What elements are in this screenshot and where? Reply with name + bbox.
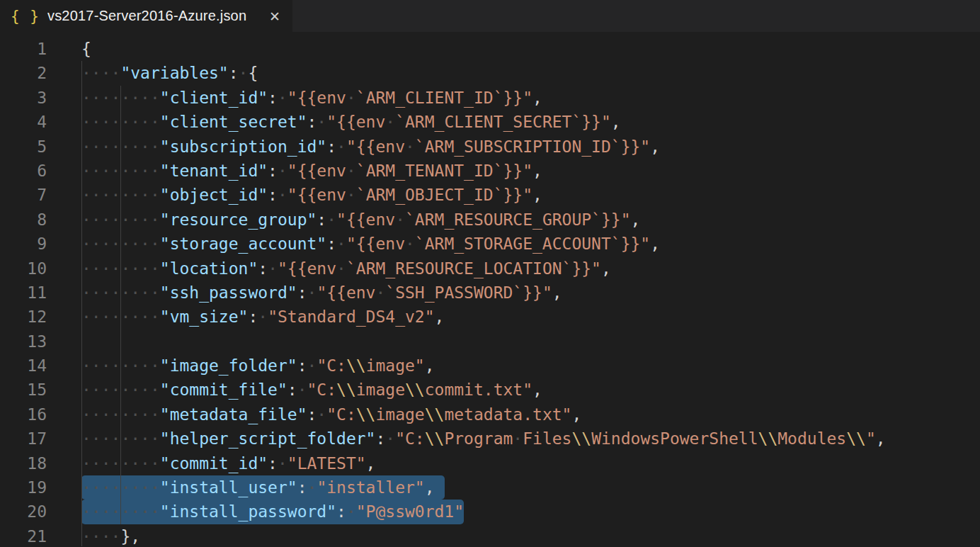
punctuation: , bbox=[552, 283, 562, 302]
punctuation: : bbox=[326, 137, 336, 156]
whitespace-dots: ···· bbox=[81, 64, 120, 82]
whitespace-dots: · bbox=[278, 162, 287, 180]
whitespace-dots: · bbox=[239, 64, 249, 82]
json-key: "vm_size" bbox=[160, 308, 249, 326]
code-line-5[interactable]: 5········"subscription_id":·"{{env·`ARM_… bbox=[0, 135, 980, 159]
code-editor[interactable]: 1{2····"variables":·{3········"client_id… bbox=[0, 32, 980, 547]
json-value: image" bbox=[366, 356, 425, 375]
whitespace-dots: · bbox=[405, 137, 415, 156]
json-key: "ssh_password" bbox=[160, 283, 297, 302]
whitespace-dots: · bbox=[278, 186, 287, 204]
punctuation: : bbox=[375, 429, 385, 448]
json-value: image bbox=[356, 380, 405, 399]
json-value: `ARM_CLIENT_SECRET`}}" bbox=[395, 113, 611, 131]
whitespace-dots: · bbox=[307, 356, 317, 375]
code-line-20[interactable]: 20········"install_password":·"P@ssw0rd1… bbox=[0, 500, 980, 524]
line-number: 8 bbox=[0, 208, 47, 232]
code-line-13[interactable]: 13 bbox=[0, 329, 980, 354]
json-value: `SSH_PASSWORD`}}" bbox=[385, 283, 552, 302]
json-key: "storage_account" bbox=[160, 235, 326, 253]
code-line-content: ········"resource_group":·"{{env·`ARM_RE… bbox=[47, 208, 640, 232]
whitespace-dots: ········ bbox=[81, 356, 160, 375]
code-line-17[interactable]: 17········"helper_script_folder":·"C:\\P… bbox=[0, 427, 980, 451]
code-line-18[interactable]: 18········"commit_id":·"LATEST", bbox=[0, 451, 980, 475]
code-line-19[interactable]: 19········"install_user":·"installer", bbox=[0, 475, 980, 500]
escape-sequence: \\ bbox=[758, 429, 778, 448]
whitespace-dots: ········ bbox=[81, 162, 160, 180]
json-key: "metadata_file" bbox=[160, 405, 307, 424]
whitespace-dots: ········ bbox=[81, 502, 160, 521]
punctuation: : bbox=[297, 283, 307, 302]
punctuation: : bbox=[326, 235, 336, 253]
punctuation: : bbox=[248, 308, 258, 326]
escape-sequence: \\ bbox=[425, 429, 445, 448]
code-line-1[interactable]: 1{ bbox=[0, 37, 980, 61]
escape-sequence: \\ bbox=[336, 380, 356, 399]
json-value: "{{env bbox=[287, 89, 346, 107]
punctuation: : bbox=[307, 113, 317, 131]
code-line-6[interactable]: 6········"tenant_id":·"{{env·`ARM_TENANT… bbox=[0, 159, 980, 183]
code-line-14[interactable]: 14········"image_folder":·"C:\\image", bbox=[0, 354, 980, 378]
escape-sequence: \\ bbox=[425, 405, 445, 424]
punctuation: : bbox=[258, 259, 268, 278]
tab-vs2017-server2016-azure-json[interactable]: { } vs2017-Server2016-Azure.json ✕ bbox=[0, 0, 292, 32]
json-value: `ARM_TENANT_ID`}}" bbox=[356, 162, 532, 180]
code-line-15[interactable]: 15········"commit_file":·"C:\\image\\com… bbox=[0, 378, 980, 402]
punctuation: : bbox=[297, 478, 307, 497]
punctuation: , bbox=[366, 454, 376, 473]
json-value: commit.txt" bbox=[425, 380, 532, 399]
code-line-8[interactable]: 8········"resource_group":·"{{env·`ARM_R… bbox=[0, 208, 980, 232]
escape-sequence: \\ bbox=[405, 380, 425, 399]
code-line-content: ········"client_id":·"{{env·`ARM_CLIENT_… bbox=[47, 86, 542, 110]
whitespace-dots: · bbox=[346, 162, 356, 180]
whitespace-dots: ········ bbox=[81, 478, 160, 497]
code-line-content: ········"client_secret":·"{{env·`ARM_CLI… bbox=[47, 110, 621, 134]
code-line-content: ········"install_password":·"P@ssw0rd1" bbox=[47, 500, 464, 524]
whitespace-dots: ········ bbox=[81, 235, 160, 253]
json-value: "LATEST" bbox=[287, 454, 366, 473]
code-line-content: ····}, bbox=[47, 524, 140, 547]
code-line-12[interactable]: 12········"vm_size":·"Standard_DS4_v2", bbox=[0, 305, 980, 329]
code-line-content: ········"commit_file":·"C:\\image\\commi… bbox=[47, 378, 542, 402]
json-value: "Standard_DS4_v2" bbox=[268, 308, 434, 326]
code-line-content: { bbox=[47, 37, 91, 61]
code-line-content: ········"tenant_id":·"{{env·`ARM_TENANT_… bbox=[47, 159, 542, 183]
code-line-11[interactable]: 11········"ssh_password":·"{{env·`SSH_PA… bbox=[0, 281, 980, 305]
code-line-9[interactable]: 9········"storage_account":·"{{env·`ARM_… bbox=[0, 232, 980, 256]
whitespace-dots: · bbox=[336, 235, 346, 253]
code-line-content: ········"commit_id":·"LATEST", bbox=[47, 451, 375, 475]
whitespace-dots: · bbox=[278, 89, 287, 107]
code-line-21[interactable]: 21····}, bbox=[0, 524, 980, 547]
json-value: Modules bbox=[777, 429, 846, 448]
line-number: 18 bbox=[0, 451, 47, 475]
text-selection-highlight: ········"install_password":·"P@ssw0rd1" bbox=[81, 500, 464, 524]
json-value: `ARM_RESOURCE_LOCATION`}}" bbox=[346, 259, 601, 278]
json-value: "{{env bbox=[287, 186, 346, 204]
code-line-16[interactable]: 16········"metadata_file":·"C:\\image\\m… bbox=[0, 402, 980, 427]
line-number: 9 bbox=[0, 232, 47, 256]
code-line-2[interactable]: 2····"variables":·{ bbox=[0, 61, 980, 85]
json-key: "location" bbox=[160, 259, 258, 278]
json-key: "install_password" bbox=[160, 502, 336, 521]
json-value: " bbox=[866, 429, 876, 448]
json-value: WindowsPowerShell bbox=[591, 429, 758, 448]
punctuation: : bbox=[229, 64, 239, 82]
line-number: 7 bbox=[0, 183, 47, 207]
whitespace-dots: · bbox=[307, 478, 317, 497]
whitespace-dots: · bbox=[385, 113, 395, 131]
whitespace-dots: · bbox=[375, 283, 385, 302]
code-line-7[interactable]: 7········"object_id":·"{{env·`ARM_OBJECT… bbox=[0, 183, 980, 207]
close-tab-icon[interactable]: ✕ bbox=[267, 8, 283, 25]
json-value: Files bbox=[523, 429, 571, 448]
code-line-10[interactable]: 10········"location":·"{{env·`ARM_RESOUR… bbox=[0, 256, 980, 281]
whitespace-dots: ········ bbox=[81, 186, 160, 204]
punctuation: , bbox=[601, 259, 611, 278]
punctuation: , bbox=[425, 478, 435, 497]
tab-bar: { } vs2017-Server2016-Azure.json ✕ bbox=[0, 0, 980, 32]
whitespace-dots: ········ bbox=[81, 259, 160, 278]
punctuation: , bbox=[435, 308, 445, 326]
code-line-3[interactable]: 3········"client_id":·"{{env·`ARM_CLIENT… bbox=[0, 86, 980, 110]
json-value: "{{env bbox=[336, 210, 395, 229]
line-number: 19 bbox=[0, 475, 47, 500]
code-line-4[interactable]: 4········"client_secret":·"{{env·`ARM_CL… bbox=[0, 110, 980, 134]
